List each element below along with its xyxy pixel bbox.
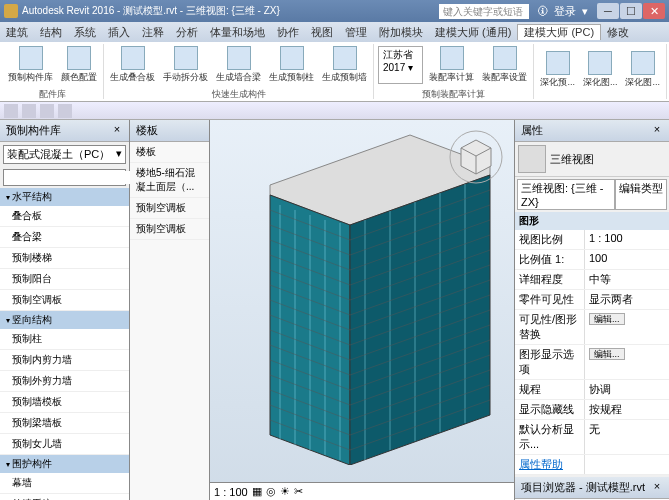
library-search[interactable]: 🔍 xyxy=(3,169,126,186)
ribbon-tab[interactable]: 建筑 xyxy=(0,25,34,40)
login-label[interactable]: 登录 xyxy=(554,4,576,19)
detail-title: 楼板 xyxy=(136,123,158,138)
ribbon-button[interactable]: 颜色配置 xyxy=(57,44,101,86)
edit-button[interactable]: 编辑... xyxy=(589,348,625,360)
user-dropdown-icon[interactable]: ▾ xyxy=(582,5,588,18)
prop-row: 比例值 1:100 xyxy=(515,250,669,270)
library-tree: 水平结构叠合板叠合梁预制楼梯预制阳台预制空调板竖向结构预制柱预制内剪力墙预制外剪… xyxy=(0,188,129,500)
infocenter-icon[interactable]: 🛈 xyxy=(537,5,548,17)
close-button[interactable]: ✕ xyxy=(643,3,665,19)
window-controls: ─ ☐ ✕ xyxy=(596,3,665,19)
ribbon-button[interactable]: 预制构件库 xyxy=(4,44,57,86)
type-selector[interactable]: 三维视图 xyxy=(515,142,669,177)
ribbon-tab[interactable]: 附加模块 xyxy=(373,25,429,40)
ribbon-tab[interactable]: 系统 xyxy=(68,25,102,40)
library-item[interactable]: 预制楼梯 xyxy=(0,248,129,269)
library-item[interactable]: 幕墙 xyxy=(0,473,129,494)
ribbon-button[interactable]: 装配率计算 xyxy=(425,44,478,86)
vc-icon[interactable]: ✂ xyxy=(294,485,303,498)
library-item[interactable]: 叠合板 xyxy=(0,206,129,227)
help-search-input[interactable]: 键入关键字或短语 xyxy=(439,4,529,19)
prop-table: 视图比例1 : 100比例值 1:100详细程度中等零件可见性显示两者可见性/图… xyxy=(515,230,669,455)
detail-header: 楼板 xyxy=(130,120,209,142)
ribbon-tab[interactable]: 体量和场地 xyxy=(204,25,271,40)
type-preview-icon xyxy=(518,145,546,173)
vc-icon[interactable]: ☀ xyxy=(280,485,290,498)
edit-type-button[interactable]: 编辑类型 xyxy=(615,179,667,210)
minimize-button[interactable]: ─ xyxy=(597,3,619,19)
qat-icon[interactable] xyxy=(4,104,18,118)
search-input[interactable] xyxy=(5,171,132,184)
scale-label[interactable]: 1 : 100 xyxy=(214,486,248,498)
category-header[interactable]: 水平结构 xyxy=(0,188,129,206)
chevron-down-icon: ▾ xyxy=(116,147,122,162)
ribbon-tab[interactable]: 注释 xyxy=(136,25,170,40)
ribbon-tab[interactable]: 视图 xyxy=(305,25,339,40)
ribbon-tab[interactable]: 插入 xyxy=(102,25,136,40)
3d-viewport[interactable]: 1 : 100 ▦ ◎ ☀ ✂ xyxy=(210,120,514,500)
prop-row: 图形显示选项编辑... xyxy=(515,345,669,380)
properties-help[interactable]: 属性帮助 xyxy=(515,455,669,475)
instance-selector: 三维视图: {三维 - ZX} 编辑类型 xyxy=(517,179,667,210)
detail-item[interactable]: 楼板 xyxy=(130,142,209,163)
category-header[interactable]: 竖向结构 xyxy=(0,311,129,329)
vc-icon[interactable]: ◎ xyxy=(266,485,276,498)
ribbon-tab[interactable]: 修改 xyxy=(601,25,635,40)
edit-button[interactable]: 编辑... xyxy=(589,313,625,325)
vc-icon[interactable]: ▦ xyxy=(252,485,262,498)
view-cube[interactable] xyxy=(449,130,504,185)
combo-value: 装配式混凝土（PC） xyxy=(7,147,110,162)
ribbon-tabs: 建筑结构系统插入注释分析体量和场地协作视图管理附加模块建模大师 (通用)建模大师… xyxy=(0,22,669,42)
library-item[interactable]: 叠合梁 xyxy=(0,227,129,248)
instance-combo[interactable]: 三维视图: {三维 - ZX} xyxy=(517,179,615,210)
panel-close-icon[interactable]: × xyxy=(111,123,123,138)
ribbon-tab[interactable]: 建模大师 (PC) xyxy=(517,24,601,40)
ribbon-button[interactable]: 深化图... xyxy=(621,44,664,95)
library-item[interactable]: 预制女儿墙 xyxy=(0,434,129,455)
ribbon-button[interactable]: 生成预制柱 xyxy=(265,44,318,86)
maximize-button[interactable]: ☐ xyxy=(620,3,642,19)
detail-list: 楼板楼地5-细石混凝土面层（...预制空调板预制空调板 xyxy=(130,142,209,240)
ribbon-button[interactable]: 生成叠合板 xyxy=(106,44,159,86)
app-logo-icon xyxy=(4,4,18,18)
panel-header: 预制构件库 × xyxy=(0,120,129,142)
ribbon-dropdown[interactable]: 江苏省2017 ▾ xyxy=(378,46,423,84)
prop-row: 规程协调 xyxy=(515,380,669,400)
library-item[interactable]: 预制阳台 xyxy=(0,269,129,290)
ribbon-button[interactable]: 手动拆分板 xyxy=(159,44,212,86)
library-item[interactable]: 预制外剪力墙 xyxy=(0,371,129,392)
library-item[interactable]: 预制内剪力墙 xyxy=(0,350,129,371)
ribbon-button[interactable]: 深化图... xyxy=(579,44,622,95)
detail-item[interactable]: 预制空调板 xyxy=(130,198,209,219)
library-item[interactable]: 预制梁墙板 xyxy=(0,413,129,434)
library-item[interactable]: 外墙系统 xyxy=(0,494,129,500)
window-title: Autodesk Revit 2016 - 测试模型.rvt - 三维视图: {… xyxy=(22,4,280,18)
library-item[interactable]: 预制柱 xyxy=(0,329,129,350)
ribbon-button[interactable]: 装配率设置 xyxy=(478,44,531,86)
ribbon-button[interactable]: 生成墙合梁 xyxy=(212,44,265,86)
ribbon-tab[interactable]: 分析 xyxy=(170,25,204,40)
detail-item[interactable]: 预制空调板 xyxy=(130,219,209,240)
ribbon-tab[interactable]: 协作 xyxy=(271,25,305,40)
library-combo[interactable]: 装配式混凝土（PC） ▾ xyxy=(3,145,126,164)
prop-row: 默认分析显示...无 xyxy=(515,420,669,455)
ribbon-tab[interactable]: 管理 xyxy=(339,25,373,40)
qat-icon[interactable] xyxy=(40,104,54,118)
detail-item[interactable]: 楼地5-细石混凝土面层（... xyxy=(130,163,209,198)
panel-title: 预制构件库 xyxy=(6,123,61,138)
library-item[interactable]: 预制墙模板 xyxy=(0,392,129,413)
browser-header: 项目浏览器 - 测试模型.rvt × xyxy=(515,477,669,499)
ribbon-button[interactable]: 深化预... xyxy=(536,44,579,95)
prop-row: 视图比例1 : 100 xyxy=(515,230,669,250)
category-header[interactable]: 围护构件 xyxy=(0,455,129,473)
ribbon: 预制构件库颜色配置配件库生成叠合板手动拆分板生成墙合梁生成预制柱生成预制墙快速生… xyxy=(0,42,669,102)
qat-icon[interactable] xyxy=(58,104,72,118)
ribbon-tab[interactable]: 建模大师 (通用) xyxy=(429,25,517,40)
panel-close-icon[interactable]: × xyxy=(651,123,663,138)
panel-close-icon[interactable]: × xyxy=(651,480,663,495)
prop-row: 可见性/图形替换编辑... xyxy=(515,310,669,345)
ribbon-tab[interactable]: 结构 xyxy=(34,25,68,40)
qat-icon[interactable] xyxy=(22,104,36,118)
library-item[interactable]: 预制空调板 xyxy=(0,290,129,311)
ribbon-button[interactable]: 生成预制墙 xyxy=(318,44,371,86)
